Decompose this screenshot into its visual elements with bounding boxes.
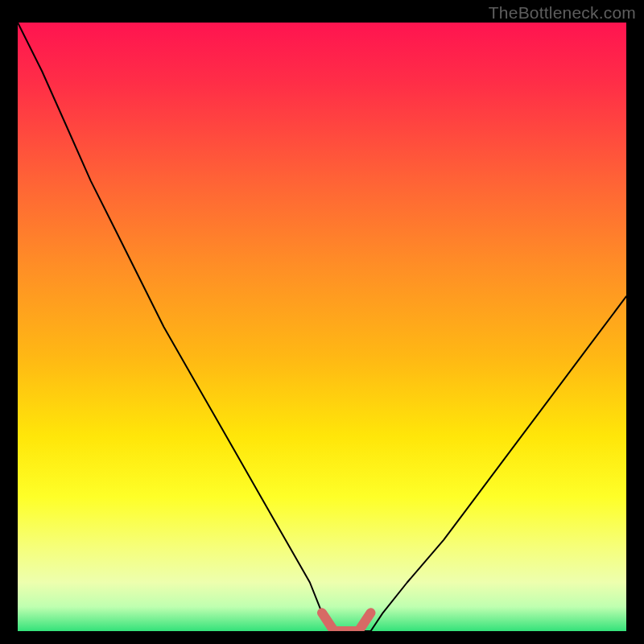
bottleneck-curve-path (18, 23, 626, 631)
plot-area (18, 23, 626, 631)
chart-frame: TheBottleneck.com (0, 0, 644, 644)
fit-range-marker-path (322, 613, 371, 631)
curve-overlay (18, 23, 626, 631)
watermark-text: TheBottleneck.com (489, 3, 636, 23)
